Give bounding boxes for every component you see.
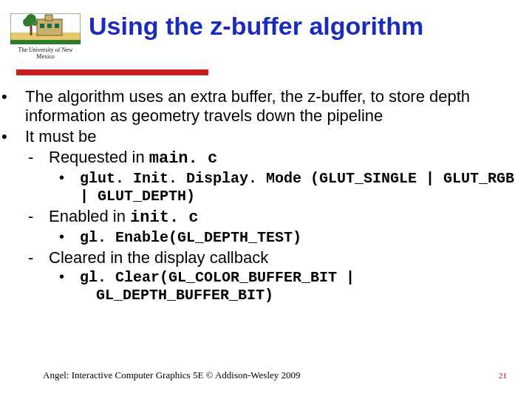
- bullet-text: The algorithm uses an extra buffer, the …: [25, 87, 470, 125]
- bullet-text: It must be: [25, 127, 97, 146]
- code-inline: gl. Clear(GL_COLOR_BUFFER_BIT |: [80, 269, 355, 286]
- page-number: 21: [499, 371, 507, 380]
- code-inline: glut. Init. Display. Mode (GLUT_SINGLE |…: [80, 170, 514, 205]
- slide-footer: Angel: Interactive Computer Graphics 5E …: [0, 369, 532, 381]
- bullet-level2: -Cleared in the display callback: [37, 248, 522, 267]
- bullet-level3-continuation: GL_DEPTH_BUFFER_BIT): [96, 286, 522, 304]
- bullet-text: Enabled in: [49, 207, 130, 225]
- slide-title: Using the z-buffer algorithm: [89, 12, 423, 41]
- svg-point-10: [23, 18, 32, 27]
- code-inline: main. c: [149, 149, 217, 168]
- footer-citation: Angel: Interactive Computer Graphics 5E …: [43, 369, 301, 381]
- slide-body: •The algorithm uses an extra buffer, the…: [10, 87, 522, 304]
- bullet-level3: •glut. Init. Display. Mode (GLUT_SINGLE …: [68, 169, 522, 205]
- bullet-text: Cleared in the display callback: [49, 248, 268, 267]
- bullet-level3: •gl. Enable(GL_DEPTH_TEST): [68, 228, 522, 247]
- bullet-text: Requested in: [49, 148, 149, 166]
- campus-icon: [10, 13, 81, 44]
- svg-rect-5: [40, 24, 44, 28]
- code-inline: init. c: [130, 208, 198, 227]
- logo-caption: The University of New Mexico: [10, 47, 81, 60]
- code-inline: gl. Enable(GL_DEPTH_TEST): [80, 229, 301, 246]
- code-inline: GL_DEPTH_BUFFER_BIT): [96, 287, 273, 304]
- svg-rect-6: [47, 24, 52, 28]
- svg-rect-7: [55, 24, 59, 28]
- unm-logo: The University of New Mexico: [10, 13, 81, 58]
- bullet-level3: •gl. Clear(GL_COLOR_BUFFER_BIT |: [68, 268, 522, 287]
- bullet-level1: •The algorithm uses an extra buffer, the…: [10, 87, 522, 126]
- svg-point-11: [32, 20, 38, 26]
- bullet-level2: -Requested in main. c: [37, 148, 522, 168]
- bullet-level2: -Enabled in init. c: [37, 207, 522, 228]
- svg-rect-4: [45, 15, 52, 21]
- bullet-level1: •It must be: [10, 127, 522, 146]
- svg-rect-2: [10, 40, 81, 44]
- divider-bar: [16, 69, 208, 75]
